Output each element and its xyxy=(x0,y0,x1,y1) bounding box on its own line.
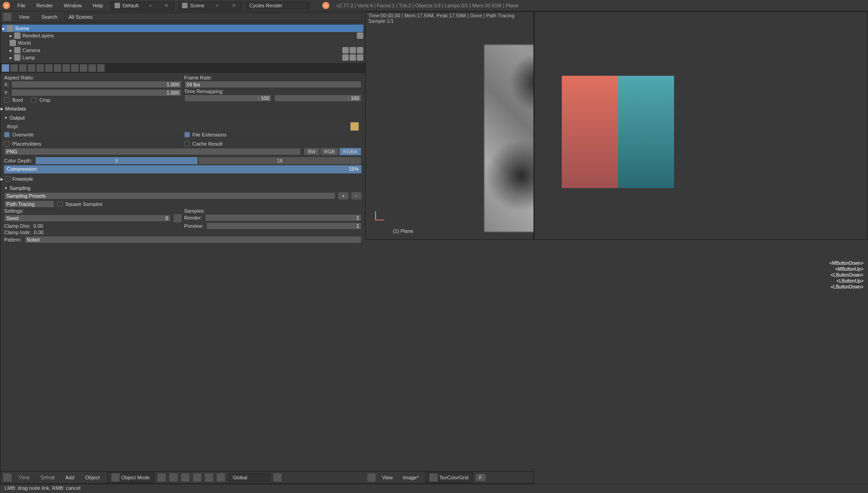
manipulator-icon[interactable] xyxy=(181,473,189,482)
render-icon[interactable] xyxy=(357,47,363,53)
remap-old-field[interactable]: : 100 xyxy=(184,94,272,102)
depth-toggle[interactable]: 816 xyxy=(35,157,361,165)
scene-dropdown[interactable]: Scene+✕ xyxy=(178,2,242,10)
freestyle-check[interactable] xyxy=(5,176,10,182)
eye-icon[interactable] xyxy=(342,54,349,61)
tab-scene[interactable] xyxy=(19,64,27,72)
menu-file[interactable]: File xyxy=(14,2,29,9)
fileext-check[interactable] xyxy=(184,132,190,137)
tab-world[interactable] xyxy=(27,64,36,72)
render-icon[interactable] xyxy=(357,54,363,61)
color-mode-toggle[interactable]: BWRGBRGBA xyxy=(303,147,361,156)
outliner-view-btn[interactable]: View xyxy=(14,13,34,21)
axis-gizmo-icon xyxy=(372,210,386,223)
freestyle-header[interactable]: ▶Freestyle xyxy=(0,175,365,183)
seed-field[interactable]: Seed: 0 xyxy=(4,215,171,222)
mode-rgba[interactable]: RGBA xyxy=(339,147,361,156)
node-editor[interactable]: View Select Add Object Object Mode Globa… xyxy=(0,471,534,484)
fps-dropdown[interactable]: 24 fps xyxy=(184,81,362,88)
menu-image[interactable]: Image* xyxy=(399,474,423,481)
presets-dropdown[interactable]: Sampling Presets xyxy=(4,192,335,199)
add-preset-btn[interactable]: + xyxy=(338,192,348,199)
plus-icon[interactable]: + xyxy=(214,3,220,8)
tab-material[interactable] xyxy=(71,64,79,72)
pivot-icon[interactable] xyxy=(169,473,178,482)
remap-new-field[interactable]: : 100 xyxy=(274,94,361,102)
plus-icon[interactable]: + xyxy=(147,3,153,8)
outliner-item-lamp[interactable]: ▸Lamp xyxy=(2,54,363,61)
remove-preset-btn[interactable]: − xyxy=(351,192,361,199)
outliner-tree[interactable]: ▸Scene ▸RenderLayers World ▸Camera ▸Lamp xyxy=(0,23,365,63)
layers-icon[interactable] xyxy=(273,473,282,482)
outliner-item-scene[interactable]: ▸Scene xyxy=(2,25,363,32)
output-path-field[interactable]: /tmp\ xyxy=(7,124,349,129)
tab-constraint[interactable] xyxy=(45,64,53,72)
outliner-item-camera[interactable]: ▸Camera xyxy=(2,47,363,54)
engine-dropdown[interactable]: Cycles Render xyxy=(246,2,309,9)
menu-window[interactable]: Window xyxy=(60,2,85,9)
close-icon[interactable]: ✕ xyxy=(230,3,238,9)
layout-dropdown[interactable]: Default+✕ xyxy=(110,2,174,10)
tab-layers[interactable] xyxy=(10,64,18,72)
tab-modifier[interactable] xyxy=(53,64,62,72)
translate-icon[interactable] xyxy=(193,473,201,482)
cursor-icon[interactable] xyxy=(350,47,356,53)
pattern-dropdown[interactable]: Sobol xyxy=(25,236,361,243)
compression-slider[interactable]: Compression:15% xyxy=(4,165,361,173)
rotate-icon[interactable] xyxy=(205,473,213,482)
tab-render[interactable] xyxy=(1,64,10,72)
mode-bw[interactable]: BW xyxy=(303,147,320,156)
close-icon[interactable]: ✕ xyxy=(162,3,170,9)
border-check[interactable] xyxy=(4,97,10,103)
render-samples-field[interactable]: 1 xyxy=(205,214,361,221)
tab-object[interactable] xyxy=(36,64,44,72)
tab-data[interactable] xyxy=(62,64,70,72)
clampi-val[interactable]: 0.00 xyxy=(34,230,43,235)
output-header[interactable]: ▼Output xyxy=(4,114,361,121)
square-check[interactable] xyxy=(57,201,63,207)
folder-icon[interactable] xyxy=(350,122,359,131)
mode-dropdown[interactable]: Object Mode xyxy=(107,472,154,483)
menu-help[interactable]: Help xyxy=(89,2,107,9)
eye-icon[interactable] xyxy=(342,47,349,53)
orientation-dropdown[interactable]: Global xyxy=(229,473,270,482)
overwrite-check[interactable] xyxy=(4,132,10,137)
tab-texture[interactable] xyxy=(79,64,88,72)
outliner-item-renderlayers[interactable]: ▸RenderLayers xyxy=(2,32,363,39)
integrator-dropdown[interactable]: Path Tracing xyxy=(4,200,54,208)
aspect-y-field[interactable]: 1.000 xyxy=(11,89,182,96)
cursor-icon[interactable] xyxy=(350,54,356,61)
metadata-header[interactable]: ▶Metadata xyxy=(0,105,365,112)
sampling-header[interactable]: ▼Sampling xyxy=(4,184,361,192)
clock-icon[interactable] xyxy=(173,214,182,222)
preview-samples-field[interactable]: 1 xyxy=(206,222,361,230)
menu-render[interactable]: Render xyxy=(33,2,57,9)
scale-icon[interactable] xyxy=(217,473,225,482)
outliner-search-btn[interactable]: Search xyxy=(37,13,62,21)
fake-user-btn[interactable]: F xyxy=(476,474,486,481)
crop-check[interactable] xyxy=(31,97,37,103)
uv-viewport[interactable] xyxy=(534,11,868,240)
mode-rgb[interactable]: RGB xyxy=(320,147,339,156)
menu-view[interactable]: View xyxy=(378,474,397,481)
render-viewport[interactable]: Time:00:00.00 | Mem:17.59M, Peak:17.59M … xyxy=(365,11,534,240)
editor-type-icon[interactable] xyxy=(367,473,376,482)
editor-type-icon[interactable] xyxy=(3,13,11,21)
outliner-filter[interactable]: All Scenes xyxy=(65,13,362,21)
cache-check[interactable] xyxy=(184,141,190,147)
depth-8[interactable]: 8 xyxy=(35,157,199,165)
aspect-x-field[interactable]: 1.000 xyxy=(11,81,181,88)
image-dropdown[interactable]: TexColorGrid xyxy=(425,472,473,483)
clampd-val[interactable]: 0.00 xyxy=(33,223,43,229)
menu-object[interactable]: Object xyxy=(82,474,104,481)
tab-particles[interactable] xyxy=(88,64,96,72)
depth-16[interactable]: 16 xyxy=(198,157,361,165)
shading-icon[interactable] xyxy=(157,473,166,482)
value: 15% xyxy=(349,166,359,173)
format-dropdown[interactable]: PNG xyxy=(4,148,301,155)
tab-physics[interactable] xyxy=(97,64,105,72)
menu-add[interactable]: Add xyxy=(62,474,78,481)
editor-type-icon[interactable] xyxy=(3,473,11,482)
outliner-item-world[interactable]: World xyxy=(2,39,363,47)
placeholders-check[interactable] xyxy=(4,141,10,147)
